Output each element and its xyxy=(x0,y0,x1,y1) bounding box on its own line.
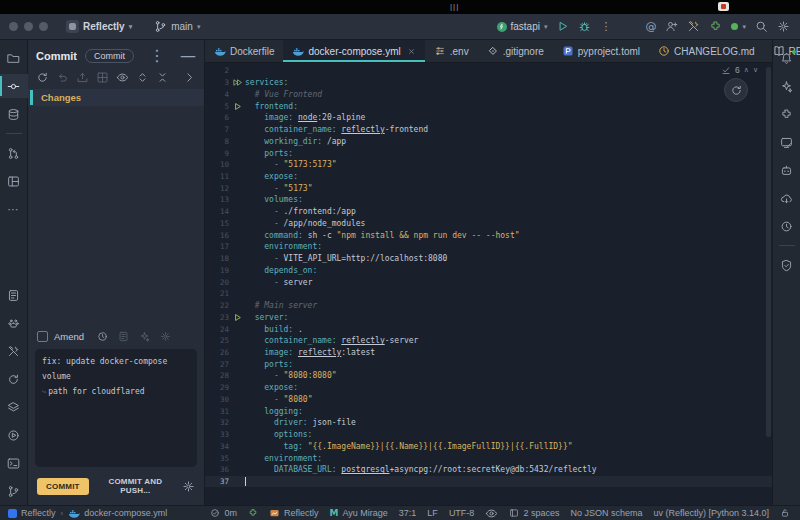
code-line-22[interactable]: 22 # Main server xyxy=(205,300,772,312)
tab-docker-compose-yml[interactable]: docker-compose.yml xyxy=(283,40,424,62)
python-interpreter[interactable]: uv (Reflectly) [Python 3.14.0] xyxy=(653,508,769,518)
code-line-20[interactable]: 20 - server xyxy=(205,276,772,288)
theme-widget[interactable]: MAyu Mirage xyxy=(330,508,388,518)
commit-settings-icon[interactable] xyxy=(182,480,195,493)
build-tools-button[interactable] xyxy=(687,20,700,33)
code-line-16[interactable]: 16 command: sh -c "npm install && npm ru… xyxy=(205,229,772,241)
code-line-23[interactable]: 23 server: xyxy=(205,311,772,323)
plugin-button[interactable] xyxy=(709,20,722,33)
run-gutter-icon[interactable] xyxy=(229,313,245,322)
tool-build-tools-window[interactable] xyxy=(0,339,28,363)
code-line-10[interactable]: 10 - "5173:5173" xyxy=(205,159,772,171)
commit-options-icon[interactable] xyxy=(159,330,172,343)
run-gutter-icon[interactable] xyxy=(229,102,245,111)
encoding[interactable]: UTF-8 xyxy=(449,508,475,518)
commit-history-icon[interactable] xyxy=(96,330,109,343)
tool-robot-assistant[interactable] xyxy=(773,158,800,182)
hide-panel-icon[interactable]: — xyxy=(180,46,196,65)
code-line-3[interactable]: 3services: xyxy=(205,77,772,89)
tool-cloud-sync[interactable] xyxy=(773,186,800,210)
tool-device-preview[interactable] xyxy=(773,130,800,154)
code-line-21[interactable]: 21 xyxy=(205,288,772,300)
file-lock[interactable] xyxy=(780,508,790,518)
code-line-17[interactable]: 17 environment: xyxy=(205,241,772,253)
tab-dockerfile[interactable]: Dockerfile xyxy=(205,40,283,62)
code-line-7[interactable]: 7 container_name: reflectly-frontend xyxy=(205,124,772,136)
commit-checks-icon[interactable] xyxy=(117,330,130,343)
code-line-5[interactable]: 5 frontend: xyxy=(205,100,772,112)
collapse-all-icon[interactable] xyxy=(156,71,169,84)
code-line-35[interactable]: 35 environment: xyxy=(205,452,772,464)
tool-project-folder[interactable] xyxy=(0,46,28,70)
settings-button[interactable] xyxy=(777,20,790,33)
commit-tab[interactable]: Commit xyxy=(85,49,134,63)
code-line-4[interactable]: 4 # Vue Frontend xyxy=(205,88,772,100)
view-options-icon[interactable] xyxy=(116,71,129,84)
tab--env[interactable]: .env xyxy=(425,40,478,62)
tab-pyproject-toml[interactable]: pyproject.toml xyxy=(553,40,649,62)
tool-git-branch[interactable] xyxy=(0,479,28,503)
json-schema[interactable]: No JSON schema xyxy=(570,508,642,518)
code-line-8[interactable]: 8 working_dir: /app xyxy=(205,135,772,147)
code-line-19[interactable]: 19 depends_on: xyxy=(205,264,772,276)
code-line-30[interactable]: 30 - "8080" xyxy=(205,394,772,406)
tool-notifications[interactable] xyxy=(773,46,800,70)
tool-python-packages[interactable] xyxy=(0,311,28,335)
tool-pull-requests[interactable] xyxy=(0,141,28,165)
tool-terminal[interactable] xyxy=(0,451,28,475)
code-editor[interactable]: 6 ∧ ∨ 23services:4 # Vue Frontend5 front… xyxy=(205,63,772,505)
code-line-34[interactable]: 34 tag: "{{.ImageName}}|{{.Name}}|{{.Ima… xyxy=(205,441,772,453)
code-line-27[interactable]: 27 ports: xyxy=(205,358,772,370)
reader-mode[interactable] xyxy=(485,507,498,520)
code-line-33[interactable]: 33 options: xyxy=(205,429,772,441)
tool-plugins-panel[interactable] xyxy=(773,102,800,126)
tool-notes[interactable] xyxy=(0,283,28,307)
code-line-14[interactable]: 14 - ./frontend:/app xyxy=(205,206,772,218)
tool-structure[interactable] xyxy=(0,169,28,193)
commit-button[interactable]: COMMIT xyxy=(37,478,89,495)
code-line-13[interactable]: 13 volumes: xyxy=(205,194,772,206)
tool-history[interactable] xyxy=(773,214,800,238)
run-config-selector[interactable]: fastapi▾ xyxy=(497,21,548,32)
tab-changelog-md[interactable]: CHANGELOG.md xyxy=(649,40,764,62)
refresh-changes-icon[interactable] xyxy=(36,71,49,84)
tool-database[interactable] xyxy=(0,102,28,126)
more-actions-button[interactable]: ⋮ xyxy=(600,20,611,33)
zoom-window-button[interactable] xyxy=(39,22,48,31)
tool-ai-assistant[interactable] xyxy=(773,74,800,98)
code-line-26[interactable]: 26 image: reflectly:latest xyxy=(205,347,772,359)
chevron-right-icon[interactable] xyxy=(183,71,196,84)
invite-user-button[interactable] xyxy=(665,20,678,33)
line-ending[interactable]: LF xyxy=(427,508,438,518)
commit-and-push-button[interactable]: COMMIT AND PUSH... xyxy=(99,477,172,495)
plugin-status[interactable] xyxy=(248,508,258,518)
code-line-15[interactable]: 15 - /app/node_modules xyxy=(205,218,772,230)
debug-button[interactable] xyxy=(578,20,591,33)
changes-node[interactable]: Changes xyxy=(28,89,204,106)
tool-services[interactable] xyxy=(0,423,28,447)
code-line-29[interactable]: 29 expose: xyxy=(205,382,772,394)
code-with-me-button[interactable]: @ xyxy=(645,20,656,33)
expand-all-icon[interactable] xyxy=(136,71,149,84)
close-tab-icon[interactable] xyxy=(407,47,416,56)
ide-status-dot[interactable]: ▾ xyxy=(731,23,746,31)
run-button[interactable] xyxy=(556,20,569,33)
tool-layers[interactable] xyxy=(0,395,28,419)
window-controls[interactable] xyxy=(9,22,48,31)
group-by-icon[interactable] xyxy=(96,71,109,84)
code-line-9[interactable]: 9 ports: xyxy=(205,147,772,159)
caret-position[interactable]: 37:1 xyxy=(399,508,417,518)
tool-commit[interactable] xyxy=(0,74,28,98)
close-window-button[interactable] xyxy=(9,22,18,31)
run-all-gutter-icon[interactable] xyxy=(229,78,245,87)
code-line-32[interactable]: 32 driver: json-file xyxy=(205,417,772,429)
code-line-37[interactable]: 37 xyxy=(205,476,772,488)
project-selector[interactable]: Reflectly ▾ xyxy=(62,18,136,35)
tool-privacy-shield[interactable] xyxy=(773,253,800,277)
code-line-11[interactable]: 11 expose: xyxy=(205,171,772,183)
time-tracker[interactable]: 0m xyxy=(210,508,237,518)
code-line-6[interactable]: 6 image: node:20-alpine xyxy=(205,112,772,124)
code-line-28[interactable]: 28 - "8080:8080" xyxy=(205,370,772,382)
code-line-36[interactable]: 36 DATABASE_URL: postgresql+asyncpg://ro… xyxy=(205,464,772,476)
indent-widget[interactable]: 2 spaces xyxy=(509,508,559,518)
